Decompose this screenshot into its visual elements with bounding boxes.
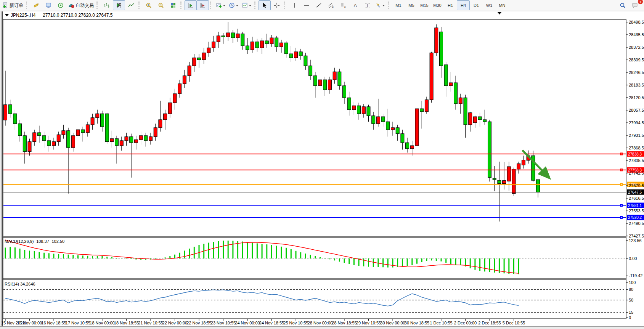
svg-text:27427.5: 27427.5 [629, 234, 644, 238]
svg-text:-119.42: -119.42 [629, 273, 643, 278]
svg-text:16 Nov 00:00: 16 Nov 00:00 [17, 321, 42, 325]
mt4-window: 新订单 自动交易 E F A T [0, 0, 644, 329]
svg-text:28120.5: 28120.5 [629, 95, 644, 100]
svg-text:22 Nov 18:55: 22 Nov 18:55 [186, 321, 211, 325]
svg-text:28183.5: 28183.5 [629, 83, 644, 87]
svg-text:27553.5: 27553.5 [629, 209, 644, 213]
rsi-label: RSI(14) 34.2646 [5, 282, 35, 286]
chart-title-symbol: JPN225-,H4 [11, 13, 36, 18]
svg-text:28 Nov 00:00: 28 Nov 00:00 [308, 321, 332, 325]
svg-text:28309.5: 28309.5 [629, 58, 644, 62]
svg-text:27679.5: 27679.5 [629, 183, 644, 188]
svg-text:28435.5: 28435.5 [629, 32, 644, 37]
svg-text:18 Nov 00:00: 18 Nov 00:00 [90, 321, 114, 325]
svg-text:28 Nov 18:55: 28 Nov 18:55 [332, 321, 357, 325]
svg-text:27520.2: 27520.2 [628, 215, 642, 220]
svg-text:1 Dec 10:55: 1 Dec 10:55 [430, 321, 452, 325]
svg-text:29 Nov 10:55: 29 Nov 10:55 [356, 321, 381, 325]
svg-text:24 Nov 18:55: 24 Nov 18:55 [259, 321, 284, 325]
svg-text:27931.5: 27931.5 [629, 133, 644, 138]
svg-text:25 Nov 10:55: 25 Nov 10:55 [283, 321, 308, 325]
svg-text:23 Nov 10:55: 23 Nov 10:55 [211, 321, 236, 325]
chart-canvas[interactable]: 27838.327758.327685.927647.527581.127520… [0, 0, 644, 329]
svg-text:27616.5: 27616.5 [629, 196, 644, 201]
svg-text:0: 0 [629, 315, 631, 320]
chart-title-ohlc: 27710.0 27710.0 27620.0 27647.5 [43, 13, 113, 18]
svg-text:17 Nov 10:55: 17 Nov 10:55 [66, 321, 90, 325]
svg-text:27490.5: 27490.5 [629, 221, 644, 226]
svg-text:2 Dec 18:55: 2 Dec 18:55 [478, 321, 501, 325]
svg-text:15: 15 [629, 310, 633, 315]
svg-text:21 Nov 10:55: 21 Nov 10:55 [138, 321, 163, 325]
svg-text:28498.5: 28498.5 [629, 20, 644, 24]
svg-text:27868.5: 27868.5 [629, 146, 644, 150]
svg-text:27805.5: 27805.5 [629, 158, 644, 163]
svg-text:27581.1: 27581.1 [628, 204, 642, 208]
svg-text:24 Nov 00:00: 24 Nov 00:00 [235, 321, 260, 325]
svg-text:100: 100 [629, 280, 636, 285]
svg-text:80: 80 [629, 287, 633, 292]
svg-text:16 Nov 18:55: 16 Nov 18:55 [41, 321, 66, 325]
svg-text:2 Dec 00:00: 2 Dec 00:00 [454, 321, 477, 325]
svg-text:27994.5: 27994.5 [629, 120, 644, 125]
svg-text:5 Dec 10:55: 5 Dec 10:55 [503, 321, 525, 325]
svg-text:30 Nov 18:55: 30 Nov 18:55 [405, 321, 429, 325]
svg-text:28246.5: 28246.5 [629, 70, 644, 75]
svg-text:30 Nov 00:00: 30 Nov 00:00 [380, 321, 405, 325]
svg-text:28057.5: 28057.5 [629, 108, 644, 112]
macd-label: MACD(12,26,9) -108.37 -102.50 [5, 239, 64, 244]
svg-text:0.00: 0.00 [629, 256, 637, 261]
svg-text:18 Nov 18:55: 18 Nov 18:55 [114, 321, 139, 325]
svg-text:50: 50 [629, 298, 633, 302]
svg-text:27838.3: 27838.3 [628, 152, 642, 156]
svg-text:27742.5: 27742.5 [629, 171, 644, 175]
svg-text:28372.5: 28372.5 [629, 45, 644, 50]
svg-text:27647.5: 27647.5 [628, 190, 642, 194]
svg-text:22 Nov 00:00: 22 Nov 00:00 [162, 321, 187, 325]
svg-text:123.56: 123.56 [629, 238, 642, 243]
